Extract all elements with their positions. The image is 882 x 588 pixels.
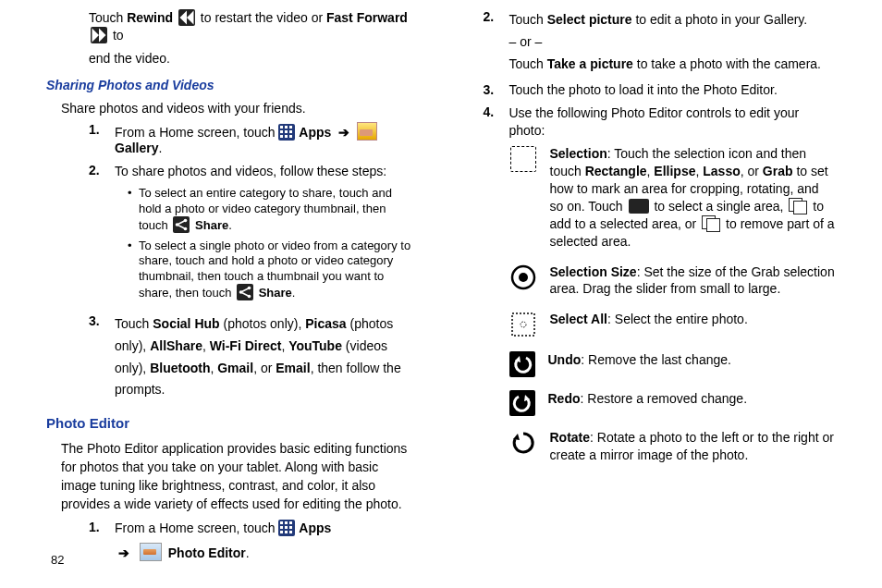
apps-label: Apps bbox=[299, 521, 331, 535]
text: . bbox=[228, 218, 232, 232]
option: Rectangle bbox=[585, 164, 647, 178]
text: to edit a photo in your Gallery. bbox=[632, 12, 808, 27]
text: , or bbox=[741, 164, 763, 178]
share-icon bbox=[237, 284, 253, 300]
rotate-icon bbox=[509, 429, 537, 457]
tool-text: Select All: Select the entire photo. bbox=[550, 311, 837, 338]
select-picture-label: Select picture bbox=[547, 12, 632, 27]
arrow-icon: ➔ bbox=[118, 545, 129, 560]
gallery-label: Gallery bbox=[115, 141, 158, 155]
tool-label: Selection bbox=[550, 146, 607, 161]
text: end the video. bbox=[89, 50, 416, 67]
apps-icon bbox=[278, 124, 295, 141]
step-body: Touch Social Hub (photos only), Picasa (… bbox=[115, 313, 416, 401]
list-item: • To select a single photo or video from… bbox=[128, 239, 416, 300]
bullet: • bbox=[128, 239, 139, 300]
tool-undo: Undo: Remove the last change. bbox=[509, 351, 837, 377]
tool-redo: Redo: Restore a removed change. bbox=[509, 390, 837, 416]
svg-rect-22 bbox=[289, 526, 292, 529]
rewind-ff-line: Touch Rewind to restart the video or Fas… bbox=[89, 9, 416, 44]
bullet-body: To select a single photo or video from a… bbox=[139, 239, 416, 300]
text: , bbox=[202, 338, 210, 353]
step-number: 1. bbox=[89, 122, 115, 155]
tool-label: Undo bbox=[548, 352, 582, 367]
photo-editor-intro: The Photo Editor application provides ba… bbox=[61, 439, 416, 514]
step-number: 4. bbox=[484, 104, 509, 477]
app-name: Social Hub bbox=[153, 316, 219, 331]
selection-icon bbox=[509, 145, 537, 173]
page-number: 82 bbox=[51, 553, 64, 567]
arrow-icon: ➔ bbox=[338, 125, 349, 140]
share-label: Share bbox=[259, 286, 292, 300]
tool-text: Undo: Remove the last change. bbox=[548, 351, 837, 377]
text: , or bbox=[253, 361, 276, 375]
text: Touch bbox=[89, 10, 127, 25]
text: Touch bbox=[115, 316, 153, 331]
gallery-icon bbox=[357, 122, 377, 141]
share-label: Share bbox=[195, 218, 228, 232]
photo-editor-label: Photo Editor bbox=[168, 545, 246, 560]
text: : Rotate a photo to the left or to the r… bbox=[550, 430, 834, 462]
text: From a Home screen, touch bbox=[115, 125, 278, 140]
list-item: 2. To share photos and videos, follow th… bbox=[89, 163, 416, 306]
svg-rect-3 bbox=[289, 126, 292, 129]
text: , bbox=[281, 338, 288, 353]
step-number: 3. bbox=[89, 313, 115, 401]
option: Lasso bbox=[703, 164, 740, 178]
svg-rect-24 bbox=[285, 531, 288, 533]
svg-rect-1 bbox=[280, 126, 283, 129]
tool-label: Rotate bbox=[550, 430, 591, 445]
list-item: 1. From a Home screen, touch Apps ➔ Phot… bbox=[89, 520, 416, 568]
left-column: Touch Rewind to restart the video or Fas… bbox=[46, 9, 416, 575]
svg-rect-5 bbox=[285, 130, 288, 133]
svg-point-27 bbox=[519, 273, 528, 282]
svg-rect-23 bbox=[280, 531, 283, 533]
step-body: Use the following Photo Editor controls … bbox=[509, 104, 837, 477]
app-name: Gmail bbox=[217, 361, 253, 375]
share-icon bbox=[173, 216, 190, 233]
photo-editor-icon bbox=[140, 543, 162, 561]
step-number: 2. bbox=[484, 9, 509, 75]
svg-rect-18 bbox=[285, 521, 288, 524]
text: To share photos and videos, follow these… bbox=[115, 163, 416, 180]
option: Grab bbox=[763, 164, 793, 178]
photo-editor-heading: Photo Editor bbox=[46, 414, 416, 433]
list-item: 2. Touch Select picture to edit a photo … bbox=[484, 9, 837, 75]
step-body: Touch Select picture to edit a photo in … bbox=[509, 9, 837, 75]
tool-label: Select All bbox=[550, 312, 608, 326]
text: to take a photo with the camera. bbox=[633, 56, 821, 71]
rewind-label: Rewind bbox=[127, 10, 173, 25]
tool-text: Rotate: Rotate a photo to the left or to… bbox=[550, 429, 837, 464]
text: . bbox=[292, 286, 296, 300]
step-body: To share photos and videos, follow these… bbox=[115, 163, 416, 306]
tool-select-all: Select All: Select the entire photo. bbox=[509, 311, 837, 338]
redo-icon bbox=[509, 390, 535, 416]
text: to restart the video or bbox=[201, 10, 326, 25]
text: (photos only), bbox=[220, 316, 306, 331]
step-body: Touch the photo to load it into the Phot… bbox=[509, 82, 837, 97]
text: Touch bbox=[509, 12, 547, 27]
tool-label: Selection Size bbox=[550, 264, 637, 279]
undo-icon bbox=[509, 351, 535, 377]
svg-rect-19 bbox=[289, 521, 292, 524]
right-column: 2. Touch Select picture to edit a photo … bbox=[467, 9, 837, 575]
svg-rect-25 bbox=[289, 531, 292, 533]
app-name: Bluetooth bbox=[150, 361, 210, 375]
step-body: From a Home screen, touch Apps ➔ Gallery… bbox=[115, 122, 416, 155]
select-all-icon bbox=[509, 311, 537, 338]
svg-rect-28 bbox=[512, 313, 534, 336]
add-selection-icon bbox=[789, 198, 807, 214]
tool-text: Selection Size: Set the size of the Grab… bbox=[550, 263, 837, 299]
svg-point-29 bbox=[521, 322, 526, 327]
text: . bbox=[246, 545, 250, 560]
tool-label: Redo bbox=[548, 391, 581, 406]
text: Touch bbox=[509, 56, 547, 71]
step-body: From a Home screen, touch Apps ➔ Photo E… bbox=[115, 520, 416, 568]
text: to bbox=[113, 28, 124, 43]
tool-rotate: Rotate: Rotate a photo to the left or to… bbox=[509, 429, 837, 464]
text: : Remove the last change. bbox=[581, 352, 731, 367]
app-name: Picasa bbox=[305, 316, 346, 331]
selection-size-icon bbox=[509, 263, 537, 291]
text: Use the following Photo Editor controls … bbox=[509, 104, 837, 140]
svg-rect-8 bbox=[285, 135, 288, 138]
